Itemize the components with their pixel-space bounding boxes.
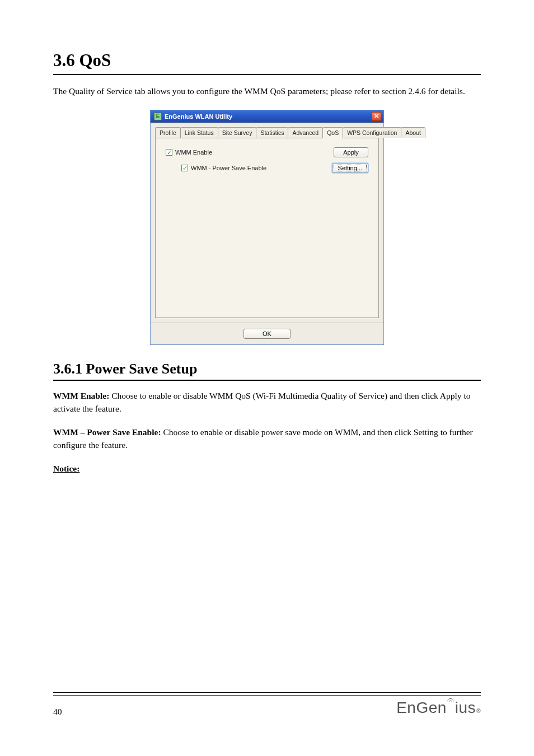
intro-paragraph: The Quality of Service tab allows you to… [53, 85, 481, 97]
tab-link-status[interactable]: Link Status [180, 127, 218, 138]
wmm-ps-checkbox[interactable]: ✓ [181, 165, 188, 171]
tab-panel-qos: ✓ WMM Enable Apply ✓ WMM - Power Save En… [155, 138, 379, 318]
wmm-enable-row: ✓ WMM Enable [166, 149, 212, 156]
param-2-label: WMM – Power Save Enable: [53, 427, 161, 437]
wmm-ps-row: ✓ WMM - Power Save Enable [166, 165, 266, 171]
divider [53, 692, 481, 693]
wifi-icon [446, 702, 455, 713]
divider [53, 380, 481, 381]
divider [53, 74, 481, 75]
dialog-button-bar: OK [151, 323, 383, 344]
tab-wps-configuration[interactable]: WPS Configuration [343, 127, 401, 138]
window-title: EnGenius WLAN Utility [165, 113, 232, 120]
subsection-number: 3.6.1 [53, 361, 82, 377]
subsection-heading: 3.6.1 Power Save Setup [53, 361, 481, 377]
tab-statistics[interactable]: Statistics [256, 127, 288, 138]
app-icon: E [154, 113, 162, 120]
section-number: 3.6 [53, 50, 75, 70]
wmm-ps-label: WMM - Power Save Enable [191, 165, 266, 171]
param-1-label: WMM Enable: [53, 391, 109, 400]
param-1-text: Choose to enable or disable WMM QoS (Wi-… [53, 391, 471, 413]
page-number: 40 [53, 707, 62, 717]
footer: 40 EnGenius® [0, 692, 534, 717]
tab-strip: Profile Link Status Site Survey Statisti… [155, 127, 379, 138]
setting-button[interactable]: Setting... [332, 163, 368, 173]
tab-qos[interactable]: QoS [322, 127, 343, 138]
subsection-name: Power Save Setup [86, 361, 198, 377]
tab-advanced[interactable]: Advanced [288, 127, 323, 138]
tab-about[interactable]: About [401, 127, 425, 138]
brand-logo: EnGenius® [396, 699, 481, 717]
tab-site-survey[interactable]: Site Survey [218, 127, 257, 138]
ok-button[interactable]: OK [243, 329, 291, 339]
note: Notice: [53, 463, 481, 475]
note-label: Notice: [53, 464, 79, 473]
close-icon[interactable]: ✕ [371, 112, 381, 121]
section-name: QoS [79, 50, 111, 70]
wmm-enable-label: WMM Enable [175, 149, 212, 156]
wmm-enable-checkbox[interactable]: ✓ [166, 149, 172, 156]
apply-button[interactable]: Apply [334, 147, 368, 157]
tab-profile[interactable]: Profile [155, 127, 181, 138]
section-heading: 3.6 QoS [53, 50, 481, 71]
param-1: WMM Enable: Choose to enable or disable … [53, 390, 481, 415]
title-bar: E EnGenius WLAN Utility ✕ [151, 110, 383, 123]
divider [53, 695, 481, 696]
param-2: WMM – Power Save Enable: Choose to enabl… [53, 426, 481, 451]
dialog-window: E EnGenius WLAN Utility ✕ Profile Link S… [150, 110, 384, 345]
